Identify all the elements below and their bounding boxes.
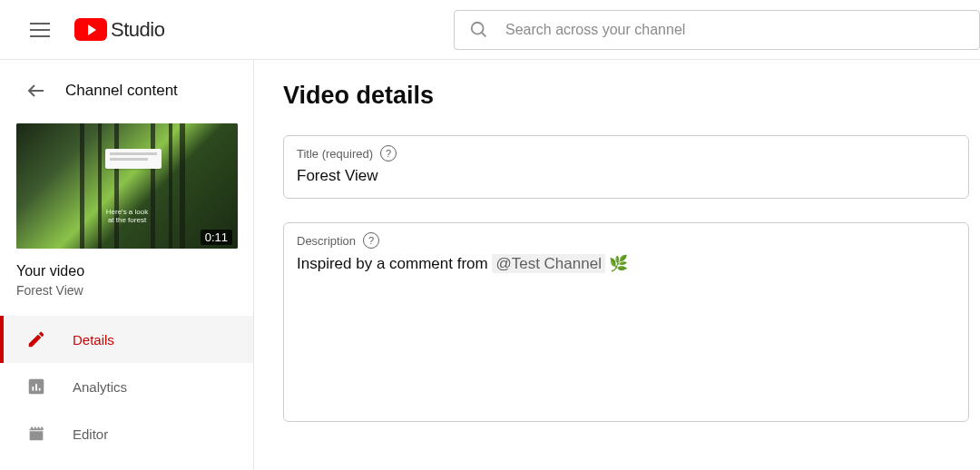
your-video-label: Your video (16, 263, 237, 279)
svg-rect-6 (39, 388, 41, 391)
your-video-name: Forest View (16, 283, 237, 298)
search-input[interactable] (505, 22, 965, 38)
title-field-value[interactable]: Forest View (297, 167, 956, 185)
arrow-left-icon (25, 80, 47, 102)
search-bar[interactable] (454, 10, 980, 50)
sidebar-title: Channel content (65, 82, 178, 100)
search-icon (469, 20, 489, 40)
pencil-icon (25, 328, 47, 350)
title-field[interactable]: Title (required) ? Forest View (283, 135, 969, 199)
hamburger-menu-button[interactable] (22, 12, 58, 48)
help-icon[interactable]: ? (363, 232, 379, 249)
hamburger-icon (30, 23, 50, 37)
header: Studio (0, 0, 980, 60)
svg-line-1 (482, 32, 486, 36)
sidebar-header: Channel content (0, 73, 253, 113)
nav-label: Editor (73, 426, 108, 442)
leaf-emoji: 🌿 (609, 255, 628, 272)
youtube-icon (74, 18, 107, 41)
svg-point-0 (472, 22, 484, 34)
sidebar-nav: Details Analytics (0, 316, 253, 457)
nav-item-analytics[interactable]: Analytics (0, 363, 253, 410)
nav-item-editor[interactable]: Editor (0, 410, 253, 457)
back-button[interactable] (25, 80, 47, 102)
main-content: Video details Title (required) ? Forest … (254, 60, 980, 470)
page-title: Video details (283, 82, 969, 110)
nav-item-details[interactable]: Details (0, 316, 253, 363)
content: Channel content Here's a look at the for… (0, 60, 980, 470)
thumbnail-caption: Here's a look at the forest (106, 208, 148, 225)
thumbnail-duration: 0:11 (201, 230, 232, 245)
description-field-label: Description (297, 234, 356, 248)
chart-icon (25, 376, 47, 397)
studio-logo[interactable]: Studio (74, 18, 164, 42)
nav-label: Details (73, 332, 114, 348)
nav-label: Analytics (73, 379, 127, 395)
channel-mention[interactable]: @Test Channel (492, 254, 605, 273)
description-field[interactable]: Description ? Inspired by a comment from… (283, 222, 969, 422)
svg-rect-5 (35, 384, 37, 390)
svg-rect-4 (32, 387, 34, 391)
video-thumbnail[interactable]: Here's a look at the forest 0:11 (16, 123, 238, 249)
sidebar: Channel content Here's a look at the for… (0, 60, 254, 470)
title-field-label: Title (required) (297, 147, 373, 161)
clapboard-icon (25, 423, 47, 445)
description-field-value[interactable]: Inspired by a comment from @Test Channel… (297, 254, 956, 273)
help-icon[interactable]: ? (380, 145, 397, 162)
logo-text: Studio (111, 18, 164, 42)
your-video-section: Your video Forest View (0, 249, 253, 299)
